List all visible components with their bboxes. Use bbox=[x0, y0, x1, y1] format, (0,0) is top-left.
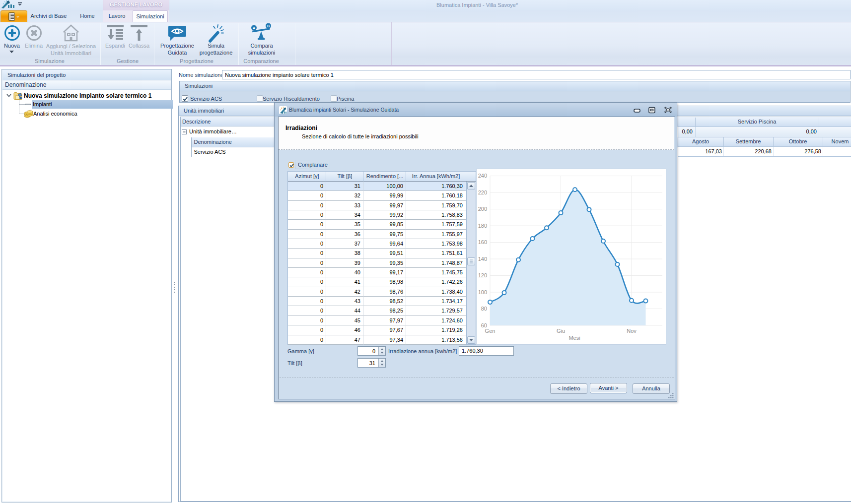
svg-text:220: 220 bbox=[478, 189, 487, 195]
svg-text:60: 60 bbox=[481, 322, 487, 328]
svg-text:160: 160 bbox=[478, 239, 487, 245]
svg-text:100: 100 bbox=[478, 289, 487, 295]
svg-text:200: 200 bbox=[478, 206, 487, 212]
svg-text:B: B bbox=[267, 24, 270, 28]
svg-text:180: 180 bbox=[478, 223, 487, 229]
svg-text:Mesi: Mesi bbox=[568, 335, 580, 341]
svg-text:Giu: Giu bbox=[557, 328, 565, 334]
svg-text:A: A bbox=[253, 26, 255, 30]
svg-text:Nov: Nov bbox=[627, 328, 637, 334]
svg-text:140: 140 bbox=[478, 256, 487, 262]
svg-text:120: 120 bbox=[478, 272, 487, 278]
svg-text:240: 240 bbox=[478, 173, 487, 179]
svg-text:80: 80 bbox=[481, 306, 487, 312]
svg-text:Gen: Gen bbox=[485, 328, 496, 334]
